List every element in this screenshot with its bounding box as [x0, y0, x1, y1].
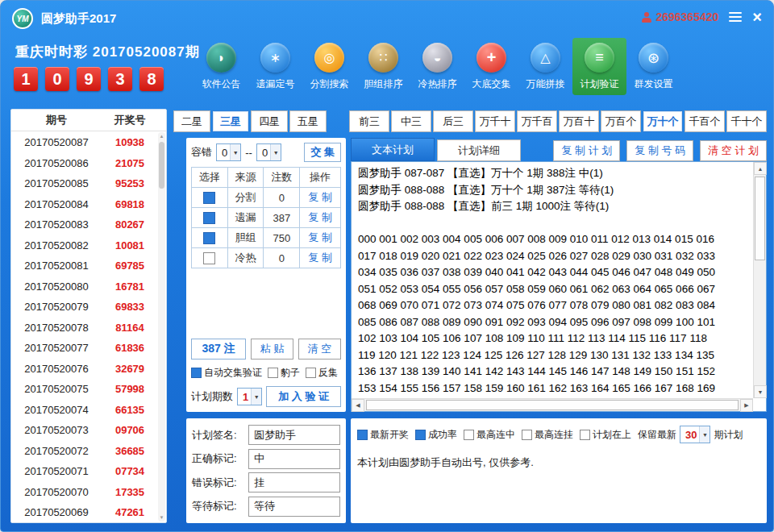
draw-row[interactable]: 2017052006947261	[11, 502, 158, 522]
paste-button[interactable]: 粘 贴	[251, 339, 293, 360]
plan-tab[interactable]: 计划详细	[437, 139, 521, 161]
position-tab[interactable]: 千百个	[685, 110, 725, 132]
toolbar-item-omission[interactable]: ∗遗漏定号	[248, 38, 302, 95]
intersect-button[interactable]: 交 集	[304, 143, 341, 162]
scroll-up-icon[interactable]: ▲	[754, 162, 767, 175]
option-checkbox[interactable]	[522, 430, 532, 440]
draw-row[interactable]: 2017052008621075	[11, 153, 158, 174]
draw-row[interactable]: 2017052007761836	[11, 338, 158, 359]
option-checkbox[interactable]	[415, 430, 426, 440]
draw-row[interactable]: 2017052008016781	[11, 276, 158, 297]
horizontal-scrollbar[interactable]: ◀ ▶	[352, 398, 753, 411]
position-tab[interactable]: 后三	[433, 110, 473, 132]
source-checkbox[interactable]	[203, 192, 215, 204]
draw-row[interactable]: 2017052007309706	[11, 420, 158, 441]
toolbar-item-broadcast-settings[interactable]: ⊛群发设置	[626, 38, 680, 95]
auto-verify-checkbox[interactable]	[191, 368, 202, 378]
display-option[interactable]: 成功率	[415, 428, 457, 442]
field-input[interactable]	[248, 449, 340, 469]
plan-tab[interactable]: 文本计划	[351, 138, 435, 161]
copy-source-button[interactable]: 复 制	[308, 251, 332, 264]
copy-source-button[interactable]: 复 制	[308, 191, 332, 203]
scroll-down-icon[interactable]: ▼	[754, 385, 767, 398]
draw-row[interactable]: 2017052007881164	[11, 318, 158, 339]
draw-row[interactable]: 2017052008710938	[11, 132, 158, 153]
plan-periods-select[interactable]: 1 ▼	[237, 388, 262, 405]
draw-row[interactable]: 2017052008169785	[11, 256, 158, 276]
user-account[interactable]: 2696365420	[641, 10, 718, 23]
vertical-scrollbar[interactable]: ▲ ▼	[753, 162, 766, 398]
keep-select[interactable]: 30 ▼	[680, 426, 710, 443]
draw-row[interactable]: 2017052007632679	[11, 359, 158, 380]
copy-numbers-button[interactable]: 复 制 号 码	[626, 140, 693, 161]
star-tab[interactable]: 三星	[212, 110, 249, 132]
star-tab[interactable]: 四星	[251, 110, 288, 132]
star-tab[interactable]: 二星	[173, 110, 210, 132]
scroll-left-icon[interactable]: ◀	[352, 399, 364, 412]
field-input[interactable]	[248, 472, 340, 493]
draw-row[interactable]: 2017052007969833	[11, 297, 158, 318]
toolbar-item-splice[interactable]: △万能拼接	[518, 38, 572, 95]
scrollbar-thumb[interactable]	[366, 400, 739, 410]
scroll-up-icon[interactable]: ▲	[158, 132, 165, 140]
scroll-right-icon[interactable]: ▶	[740, 399, 753, 412]
scrollbar-thumb[interactable]	[755, 177, 765, 260]
position-tab[interactable]: 万十个	[643, 110, 683, 132]
toolbar-item-intersection[interactable]: +大底交集	[464, 38, 518, 95]
toolbar-item-plan-verify[interactable]: ≡计划验证	[572, 38, 626, 95]
menu-icon[interactable]	[729, 12, 742, 22]
reverse-option[interactable]: 反集	[306, 366, 338, 380]
copy-plan-button[interactable]: 复 制 计 划	[553, 140, 620, 161]
copy-source-button[interactable]: 复 制	[308, 211, 332, 223]
display-option[interactable]: 最新开奖	[357, 428, 409, 442]
reverse-checkbox[interactable]	[306, 368, 316, 378]
field-input[interactable]	[248, 425, 340, 445]
position-tab[interactable]: 千十个	[726, 110, 767, 132]
clear-plan-button[interactable]: 清 空 计 划	[700, 140, 767, 161]
toolbar-item-split-search[interactable]: ◎分割搜索	[302, 38, 356, 95]
position-tab[interactable]: 万千百	[517, 110, 557, 132]
field-input[interactable]	[248, 497, 340, 517]
sidebar-scrollbar[interactable]: ▲ ▼	[158, 132, 165, 522]
draw-row[interactable]: 2017052008210081	[11, 235, 158, 256]
draw-row[interactable]: 2017052007236685	[11, 441, 158, 462]
draw-row[interactable]: 2017052007557998	[11, 379, 158, 400]
toolbar-item-announcement[interactable]: ◗软件公告	[194, 38, 248, 95]
leopard-option[interactable]: 豹子	[268, 366, 300, 380]
position-tab[interactable]: 万百十	[559, 110, 599, 132]
draw-row[interactable]: 2017052007107734	[11, 461, 158, 482]
draw-row[interactable]: 2017052008469818	[11, 194, 158, 215]
scrollbar-thumb[interactable]	[159, 142, 164, 189]
auto-verify-option[interactable]: 自动交集验证	[191, 366, 262, 380]
toolbar-item-hot-cold-sort[interactable]: ◒冷热排序	[410, 38, 464, 95]
field-label: 错误标记:	[192, 476, 248, 490]
plan-text-area[interactable]: 圆梦助手 087-087 【直选】万十个 1期 388注 中(1) 圆梦助手 0…	[351, 161, 767, 412]
close-icon[interactable]: ×	[752, 10, 762, 24]
option-checkbox[interactable]	[464, 430, 474, 440]
draw-row[interactable]: 2017052007017335	[11, 482, 158, 503]
position-tab[interactable]: 万百个	[601, 110, 641, 132]
position-tab[interactable]: 万千十	[475, 110, 515, 132]
option-checkbox[interactable]	[357, 430, 368, 440]
source-checkbox[interactable]	[203, 232, 215, 244]
display-option[interactable]: 最高连挂	[522, 428, 573, 442]
source-checkbox[interactable]	[203, 212, 215, 224]
position-tab[interactable]: 中三	[391, 110, 431, 132]
draw-row[interactable]: 2017052008595253	[11, 173, 158, 194]
draw-row[interactable]: 2017052008380267	[11, 214, 158, 235]
tolerance-from-select[interactable]: 0 ▼	[216, 143, 241, 161]
display-option[interactable]: 计划在上	[580, 428, 631, 442]
toolbar-item-group-sort[interactable]: ∷胆组排序	[356, 38, 410, 95]
star-tab[interactable]: 五星	[289, 110, 327, 132]
option-checkbox[interactable]	[580, 430, 590, 440]
clear-source-button[interactable]: 清 空	[298, 339, 341, 360]
draw-row[interactable]: 2017052007466135	[11, 400, 158, 421]
leopard-checkbox[interactable]	[268, 368, 278, 378]
position-tab[interactable]: 前三	[349, 110, 389, 132]
scroll-down-icon[interactable]: ▼	[158, 513, 165, 522]
copy-source-button[interactable]: 复 制	[308, 231, 332, 243]
tolerance-to-select[interactable]: 0 ▼	[256, 143, 281, 161]
source-checkbox[interactable]	[203, 252, 215, 264]
display-option[interactable]: 最高连中	[464, 428, 515, 442]
add-verify-button[interactable]: 加 入 验 证	[266, 386, 341, 407]
